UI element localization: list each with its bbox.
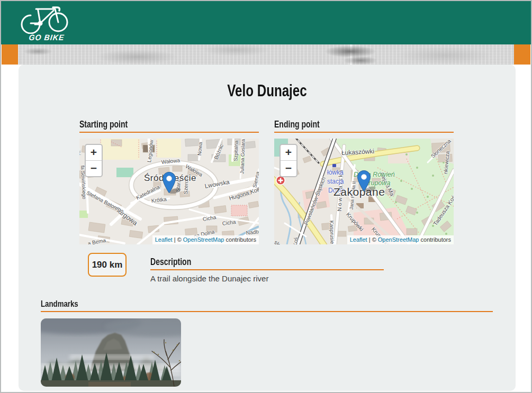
accent-square-left: [2, 44, 18, 65]
gobike-logo[interactable]: GO BIKE: [20, 3, 73, 43]
starting-point-map[interactable]: Wałowa Wałowa Legionów Nowa Bóżnic Szpit…: [79, 139, 259, 244]
attribution-text: contributors: [419, 236, 451, 243]
street-label: Koś: [293, 237, 299, 244]
map-attribution: Leaflet | © OpenStreetMap contributors: [347, 235, 454, 244]
map-zoom-control: + −: [85, 144, 103, 177]
map-zoom-control: + −: [279, 144, 297, 177]
street-label: Juliana Goslara: [239, 139, 246, 174]
leaflet-link[interactable]: Leaflet: [350, 236, 367, 243]
ending-point-heading: Ending point: [274, 119, 454, 133]
app-window: GO BIKE Velo Dunajec Starting point: [0, 0, 532, 393]
zoom-in-button[interactable]: +: [281, 145, 296, 160]
zoom-out-button[interactable]: −: [86, 160, 102, 176]
app-header: GO BIKE: [1, 1, 531, 44]
station-label: stacja: [327, 178, 344, 185]
map-marker[interactable]: [357, 170, 379, 192]
station-label: łówka: [327, 169, 344, 176]
mountain-photo-image: [41, 318, 181, 387]
street-label: Kasprusie: [329, 221, 335, 244]
landmarks-heading: Landmarks: [41, 299, 493, 312]
osm-link[interactable]: OpenStreetMap: [183, 236, 224, 243]
description-heading: Description: [150, 257, 384, 270]
zoom-in-button[interactable]: +: [86, 145, 102, 160]
trail-card: Velo Dunajec Starting point: [19, 65, 516, 391]
osm-link[interactable]: OpenStreetMap: [378, 236, 419, 243]
attribution-text: contributors: [224, 236, 256, 243]
description-text: A trail alongside the Dunajec river: [150, 274, 268, 283]
zoom-out-button[interactable]: −: [281, 160, 296, 176]
logo-text: GO BIKE: [22, 33, 70, 42]
hero-strip: [1, 44, 531, 65]
leaflet-link[interactable]: Leaflet: [155, 236, 173, 243]
attribution-text: | ©: [367, 236, 378, 243]
ending-point-map[interactable]: Łukaszówki Nowotarska Jana Pawła II Alej…: [274, 139, 454, 244]
street-label: Łukaszówki: [341, 148, 375, 156]
distance-badge: 190 km: [88, 253, 127, 277]
attribution-text: | ©: [173, 236, 183, 243]
street-label: Nowa: [197, 142, 203, 156]
page-title: Velo Dunajec: [19, 81, 516, 100]
street-label: Szpitalna: [233, 141, 239, 161]
map-attribution: Leaflet | © OpenStreetMap contributors: [152, 235, 259, 244]
bike-icon: [20, 3, 73, 34]
map-marker[interactable]: [163, 172, 184, 194]
starting-point-heading: Starting point: [79, 119, 259, 133]
hero-texture: [18, 44, 514, 65]
landmark-photo[interactable]: [41, 318, 181, 387]
street-label: ejki: [79, 147, 82, 156]
accent-square-right: [514, 44, 530, 65]
